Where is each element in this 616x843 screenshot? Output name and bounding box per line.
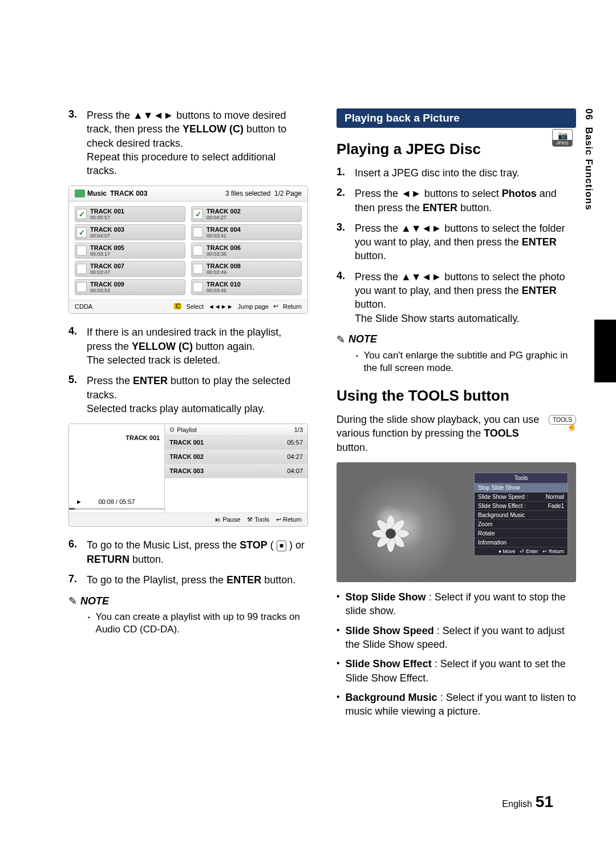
tools-menu-screenshot: Tools Stop Slide ShowSlide Show Speed :N…	[337, 462, 576, 582]
tools-menu-item: Background Music	[475, 511, 568, 520]
page-footer: English51	[502, 793, 553, 811]
jump-icon: ◄◄►►	[208, 303, 233, 310]
jpeg-step-1: 1. Insert a JPEG disc into the disc tray…	[337, 166, 576, 180]
step-5: 5. Press the ENTER button to play the se…	[68, 374, 308, 416]
playlist-screenshot: TRACK 001 ► 00:08 / 05:57 ⊙Playlist 1/3 …	[68, 423, 308, 527]
check-icon	[76, 245, 87, 256]
check-icon	[193, 282, 203, 292]
square-bullet-icon: ▪	[356, 352, 358, 374]
dpad-icon: ▲▼◄►	[401, 271, 441, 283]
tools-menu-item: Zoom	[475, 520, 568, 529]
bullet-item: •Background Music : Select if you want t…	[337, 691, 576, 719]
yellow-c-icon: C	[174, 303, 181, 309]
dpad-icon: ▲▼◄►	[401, 223, 441, 234]
track-cell: TRACK 00900:03:53	[75, 279, 185, 295]
check-icon	[193, 245, 203, 256]
track-cell: TRACK 00500:03:17	[75, 243, 185, 259]
flower-image	[371, 514, 411, 554]
note-item: ▪ You can't enlarge the subtitle and PG …	[337, 349, 576, 374]
tools-paragraph: During the slide show playback, you can …	[337, 413, 576, 454]
track-cell: ✓TRACK 00200:04:27	[191, 206, 302, 222]
check-icon	[193, 264, 203, 274]
bullet-icon: •	[337, 691, 340, 719]
check-icon: ✓	[76, 209, 87, 219]
bullet-icon: •	[337, 657, 340, 685]
tools-menu-item: Information	[475, 538, 568, 547]
check-icon	[76, 282, 87, 292]
jpeg-step-4: 4. Press the ▲▼◄► buttons to select the …	[337, 270, 576, 325]
return-icon: ↩	[276, 516, 281, 523]
pause-icon: ⏯	[214, 516, 221, 523]
heading-jpeg-disc: Playing a JPEG Disc	[337, 140, 576, 158]
tools-menu-item: Rotate	[475, 529, 568, 538]
tools-menu-item: Stop Slide Show	[475, 483, 568, 493]
check-icon	[76, 264, 87, 274]
check-icon: ✓	[193, 209, 203, 219]
move-icon: ♦	[499, 548, 501, 554]
check-icon	[193, 227, 203, 237]
track-cell: TRACK 01000:03:45	[191, 279, 302, 295]
tools-icon: ⚒	[247, 516, 253, 523]
playlist-row: TRACK 00304:07	[165, 464, 307, 478]
right-column: Playing back a Picture Playing a JPEG Di…	[337, 108, 576, 724]
section-bar: Playing back a Picture	[337, 108, 576, 128]
bullet-item: •Stop Slide Show : Select if you want to…	[337, 590, 576, 618]
playlist-row: TRACK 00105:57	[165, 435, 307, 450]
track-cell: ✓TRACK 00100:05:57	[75, 206, 185, 222]
step-6: 6. To go to the Music List, press the ST…	[68, 538, 308, 566]
note-heading: ✎ NOTE	[337, 333, 576, 346]
dpad-icon: ▲▼◄►	[133, 110, 173, 121]
music-list-screenshot: Music TRACK 003 3 files selected 1/2 Pag…	[68, 185, 308, 314]
track-cell: TRACK 00700:03:47	[75, 261, 185, 277]
track-cell: ✓TRACK 00300:04:07	[75, 224, 185, 240]
bullet-icon: •	[337, 590, 340, 618]
lr-icon: ◄►	[401, 188, 422, 199]
note-item: ▪ You can create a playlist with up to 9…	[68, 611, 308, 636]
bullet-icon: •	[337, 624, 340, 652]
note-icon: ✎	[68, 595, 77, 607]
return-icon: ↩	[273, 302, 278, 310]
tools-button-icon: TOOLS	[549, 415, 576, 425]
progress-bar	[69, 508, 164, 510]
step-4: 4. If there is an undesired track in the…	[68, 325, 308, 367]
bullet-item: •Slide Show Speed : Select if you want t…	[337, 624, 576, 652]
square-bullet-icon: ▪	[88, 614, 90, 636]
heading-tools: Using the TOOLS button	[337, 387, 576, 405]
note-heading: ✎ NOTE	[68, 595, 308, 607]
music-icon	[75, 189, 85, 197]
jpeg-step-3: 3. Press the ▲▼◄► buttons to select the …	[337, 221, 576, 263]
tools-menu-item: Slide Show Effect :Fade1	[475, 502, 568, 511]
check-icon: ✓	[76, 227, 87, 237]
tools-panel: Tools Stop Slide ShowSlide Show Speed :N…	[474, 473, 568, 556]
step-7: 7. To go to the Playlist, press the ENTE…	[68, 573, 308, 587]
track-cell: TRACK 00600:03:35	[191, 243, 302, 259]
left-column: 3. Press the ▲▼◄► buttons to move desire…	[68, 108, 314, 724]
track-cell: TRACK 00800:03:49	[191, 261, 302, 277]
play-icon: ►	[76, 498, 82, 505]
stop-icon: ■	[277, 541, 286, 551]
track-cell: TRACK 00400:03:41	[191, 224, 302, 240]
jpeg-step-2: 2. Press the ◄► buttons to select Photos…	[337, 187, 576, 215]
enter-icon: ⏎	[520, 548, 524, 554]
note-icon: ✎	[337, 333, 345, 346]
tools-menu-item: Slide Show Speed :Normal	[475, 493, 568, 502]
playlist-icon: ⊙	[169, 426, 175, 433]
playlist-row: TRACK 00204:27	[165, 450, 307, 464]
step-3: 3. Press the ▲▼◄► buttons to move desire…	[68, 108, 308, 178]
return-icon: ↩	[542, 548, 547, 554]
bullet-item: •Slide Show Effect : Select if you want …	[337, 657, 576, 685]
